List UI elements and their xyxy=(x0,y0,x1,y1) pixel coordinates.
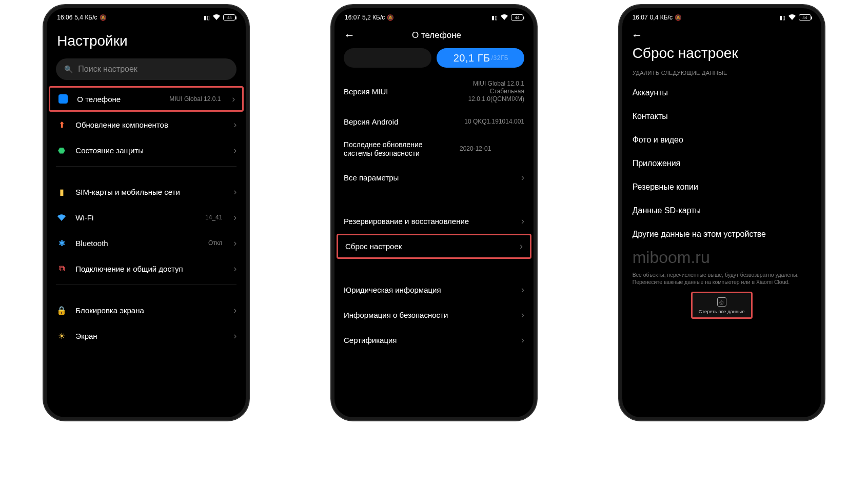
phone-about: 16:07 5,2 КБ/с 🔕 ▮▯ 44 ← О телефоне 20,1… xyxy=(331,5,537,420)
status-speed: 5,4 КБ/с xyxy=(74,14,97,21)
status-bar: 16:07 5,2 КБ/с 🔕 ▮▯ 44 xyxy=(334,8,534,23)
battery-icon: 44 xyxy=(799,14,811,21)
page-header: Настройки xyxy=(47,23,246,54)
battery-icon: 44 xyxy=(511,14,523,21)
chevron-right-icon: › xyxy=(233,145,236,156)
sun-icon: ☀ xyxy=(56,330,67,341)
page-title: Настройки xyxy=(57,33,235,49)
mute-icon: 🔕 xyxy=(387,14,394,21)
lock-icon: 🔒 xyxy=(56,304,67,316)
header: ← xyxy=(622,23,821,42)
wifi-icon xyxy=(213,14,220,22)
bluetooth-icon: ✱ xyxy=(56,237,67,249)
status-speed: 5,2 КБ/с xyxy=(362,14,385,21)
item-accounts: Аккаунты xyxy=(622,81,821,105)
row-factory-reset[interactable]: Сброс настроек › xyxy=(337,234,531,259)
phone-icon xyxy=(58,94,68,104)
signal-icon: ▮▯ xyxy=(779,14,785,21)
storage-pill-dark xyxy=(344,48,431,68)
row-safety-info[interactable]: Информация о безопасности › xyxy=(334,302,534,328)
status-time: 16:06 xyxy=(57,14,72,21)
storage-pill-blue: 20,1 ГБ/32ГБ xyxy=(437,48,524,68)
row-display[interactable]: ☀ Экран › xyxy=(47,323,246,349)
row-about-phone[interactable]: О телефоне MIUI Global 12.0.1 › xyxy=(49,86,244,112)
row-legal[interactable]: Юридическая информация › xyxy=(334,277,534,302)
row-security-patch[interactable]: Последнее обновление системы безопасност… xyxy=(334,133,534,165)
status-bar: 16:07 0,4 КБ/с 🔕 ▮▯ 44 xyxy=(622,8,821,23)
row-backup-restore[interactable]: Резервирование и восстановление › xyxy=(334,209,534,234)
watermark: miboom.ru xyxy=(622,246,821,270)
row-sim[interactable]: ▮ SIM-карты и мобильные сети › xyxy=(47,179,246,205)
item-sd: Данные SD-карты xyxy=(622,199,821,222)
row-value: MIUI Global 12.0.1 xyxy=(169,95,221,103)
arrow-up-icon: ⬆ xyxy=(56,119,67,130)
chevron-right-icon: › xyxy=(521,310,524,320)
row-system-update[interactable]: ⬆ Обновление компонентов › xyxy=(47,112,246,137)
signal-icon: ▮▯ xyxy=(204,14,210,21)
section-label: УДАЛИТЬ СЛЕДУЮЩИЕ ДАННЫЕ xyxy=(622,67,821,81)
divider xyxy=(56,166,236,167)
search-input[interactable]: 🔍 Поиск настроек xyxy=(56,58,236,80)
status-speed: 0,4 КБ/с xyxy=(650,14,673,21)
erase-all-button[interactable]: ◎ Стереть все данные xyxy=(691,292,753,319)
chevron-right-icon: › xyxy=(521,335,524,345)
item-backups: Резервные копии xyxy=(622,175,821,199)
sim-icon: ▮ xyxy=(56,186,67,197)
wifi-icon xyxy=(56,212,67,223)
storage-widget[interactable]: 20,1 ГБ/32ГБ xyxy=(344,48,524,68)
header: ← О телефоне xyxy=(334,23,534,48)
row-all-specs[interactable]: Все параметры › xyxy=(334,165,534,190)
row-certification[interactable]: Сертификация › xyxy=(334,328,534,353)
row-label: О телефоне xyxy=(77,95,161,104)
search-placeholder: Поиск настроек xyxy=(78,65,137,74)
phone-settings: 16:06 5,4 КБ/с 🔕 ▮▯ 44 Настройки 🔍 Поиск… xyxy=(44,5,249,420)
chevron-right-icon: › xyxy=(233,119,236,130)
row-android-version[interactable]: Версия Android 10 QKQ1.191014.001 xyxy=(334,110,534,133)
status-bar: 16:06 5,4 КБ/с 🔕 ▮▯ 44 xyxy=(47,8,246,23)
item-contacts: Контакты xyxy=(622,105,821,128)
row-lockscreen[interactable]: 🔒 Блокировка экрана › xyxy=(47,297,246,323)
row-miui-version[interactable]: Версия MIUI MIUI Global 12.0.1 Стабильна… xyxy=(334,73,534,110)
chevron-right-icon: › xyxy=(233,331,236,341)
erase-label: Стереть все данные xyxy=(699,309,745,314)
row-connection-sharing[interactable]: ⧉ Подключение и общий доступ › xyxy=(47,256,246,281)
chevron-right-icon: › xyxy=(233,263,236,274)
chevron-right-icon: › xyxy=(233,238,236,249)
page-title: О телефоне xyxy=(349,30,524,40)
mute-icon: 🔕 xyxy=(100,14,107,21)
back-button[interactable]: ← xyxy=(632,29,643,42)
share-icon: ⧉ xyxy=(56,263,67,274)
chevron-right-icon: › xyxy=(233,212,236,223)
phone-reset: 16:07 0,4 КБ/с 🔕 ▮▯ 44 ← Сброс настроек … xyxy=(619,5,824,420)
chevron-right-icon: › xyxy=(232,94,235,105)
row-wifi[interactable]: Wi-Fi 14_41 › xyxy=(47,205,246,230)
mute-icon: 🔕 xyxy=(675,14,682,21)
status-time: 16:07 xyxy=(633,14,648,21)
chevron-right-icon: › xyxy=(521,216,524,227)
divider xyxy=(56,284,236,285)
chevron-right-icon: › xyxy=(521,284,524,295)
shield-icon: ⬣ xyxy=(56,145,67,156)
chevron-right-icon: › xyxy=(233,305,236,316)
item-apps: Приложения xyxy=(622,152,821,175)
item-media: Фото и видео xyxy=(622,128,821,152)
row-bluetooth[interactable]: ✱ Bluetooth Откл › xyxy=(47,230,246,256)
item-other: Другие данные на этом устройстве xyxy=(622,222,821,246)
signal-icon: ▮▯ xyxy=(491,14,498,21)
status-time: 16:07 xyxy=(345,14,360,21)
search-icon: 🔍 xyxy=(64,65,73,73)
wifi-icon xyxy=(788,14,796,22)
battery-icon: 44 xyxy=(223,14,235,21)
wifi-icon xyxy=(501,14,508,22)
erase-icon: ◎ xyxy=(717,297,726,307)
warning-note: Все объекты, перечисленные выше, будут б… xyxy=(622,270,821,289)
page-title: Сброс настроек xyxy=(633,45,811,62)
row-security-status[interactable]: ⬣ Состояние защиты › xyxy=(47,137,246,163)
chevron-right-icon: › xyxy=(233,187,236,197)
chevron-right-icon: › xyxy=(520,241,523,252)
chevron-right-icon: › xyxy=(521,172,524,183)
